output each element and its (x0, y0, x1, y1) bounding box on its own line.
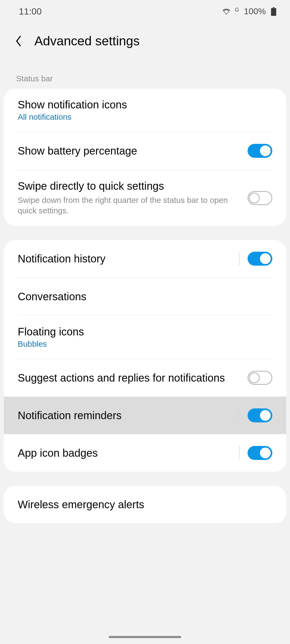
item-floating-icons[interactable]: Floating icons Bubbles (4, 316, 286, 359)
chevron-left-icon (14, 35, 23, 47)
item-subtitle: Bubbles (18, 339, 264, 349)
item-title: Conversations (18, 291, 264, 303)
toggle-swipe-quick-settings[interactable] (248, 191, 272, 205)
item-subtitle: All notifications (18, 112, 264, 122)
vertical-divider (239, 446, 240, 460)
item-app-icon-badges[interactable]: App icon badges (4, 434, 286, 472)
item-title: Floating icons (18, 326, 264, 338)
home-indicator[interactable] (109, 636, 181, 638)
back-button[interactable] (13, 36, 24, 46)
item-subtitle: Swipe down from the right quarter of the… (18, 195, 240, 216)
network-type: G (235, 7, 239, 13)
vertical-divider (239, 252, 240, 266)
vertical-divider (239, 408, 240, 422)
header: Advanced settings (0, 23, 290, 64)
item-notification-history[interactable]: Notification history (4, 240, 286, 277)
card-status-bar: Show notification icons All notification… (4, 89, 286, 226)
wifi-icon (223, 8, 230, 15)
item-title: Show battery percentage (18, 145, 240, 157)
status-time: 11:00 (19, 6, 42, 17)
item-swipe-quick-settings[interactable]: Swipe directly to quick settings Swipe d… (4, 170, 286, 226)
item-title: Show notification icons (18, 99, 264, 111)
toggle-app-icon-badges[interactable] (248, 446, 272, 460)
item-title: Notification reminders (18, 409, 231, 422)
item-conversations[interactable]: Conversations (4, 278, 286, 315)
item-title: Suggest actions and replies for notifica… (18, 372, 240, 384)
toggle-notification-history[interactable] (248, 252, 272, 266)
item-title: Swipe directly to quick settings (18, 180, 240, 192)
page-title: Advanced settings (34, 34, 140, 48)
item-wireless-emergency-alerts[interactable]: Wireless emergency alerts (4, 486, 286, 523)
card-notifications: Notification history Conversations Float… (4, 240, 286, 472)
battery-icon (271, 7, 277, 16)
toggle-show-battery-percentage[interactable] (248, 144, 272, 158)
item-show-battery-percentage[interactable]: Show battery percentage (4, 132, 286, 170)
toggle-suggest-actions[interactable] (248, 371, 272, 385)
section-label-status-bar: Status bar (0, 64, 290, 89)
toggle-notification-reminders[interactable] (248, 408, 272, 422)
item-title: Notification history (18, 253, 231, 265)
status-bar: 11:00 G 100% (0, 0, 290, 23)
status-right: G 100% (223, 6, 277, 16)
item-notification-reminders[interactable]: Notification reminders (4, 397, 286, 434)
battery-percentage: 100% (244, 6, 266, 16)
item-show-notification-icons[interactable]: Show notification icons All notification… (4, 89, 286, 132)
item-title: Wireless emergency alerts (18, 499, 264, 511)
card-emergency: Wireless emergency alerts (4, 486, 286, 523)
item-suggest-actions[interactable]: Suggest actions and replies for notifica… (4, 359, 286, 397)
item-title: App icon badges (18, 447, 231, 459)
